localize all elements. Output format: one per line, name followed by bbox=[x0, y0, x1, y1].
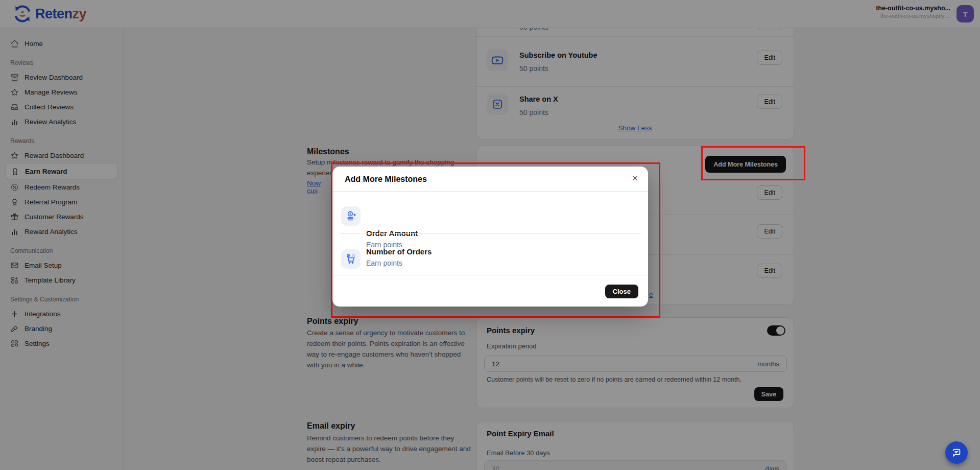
cart-icon bbox=[341, 249, 361, 269]
app-screen: Retenzy the-outfit-co-us.mysho... the-ou… bbox=[0, 0, 980, 470]
svg-text:$: $ bbox=[349, 212, 351, 216]
add-more-milestones-modal: Add More Milestones × $ Order Amount Ear… bbox=[332, 167, 648, 307]
coins-icon: $ bbox=[341, 206, 361, 226]
modal-close-button[interactable]: Close bbox=[605, 285, 638, 298]
modal-option-number-of-orders[interactable]: Number of Orders Earn points bbox=[332, 233, 648, 275]
annotation-rect-add-button bbox=[701, 146, 805, 180]
chat-icon bbox=[951, 447, 962, 458]
modal-option-title: Number of Orders bbox=[366, 247, 432, 256]
chat-launcher-button[interactable] bbox=[945, 441, 968, 464]
modal-title: Add More Milestones bbox=[345, 175, 427, 184]
modal-option-subtitle: Earn points bbox=[366, 259, 402, 267]
modal-divider bbox=[332, 275, 648, 275]
modal-option-order-amount[interactable]: $ Order Amount Earn points bbox=[332, 191, 648, 233]
close-icon[interactable]: × bbox=[632, 172, 638, 185]
